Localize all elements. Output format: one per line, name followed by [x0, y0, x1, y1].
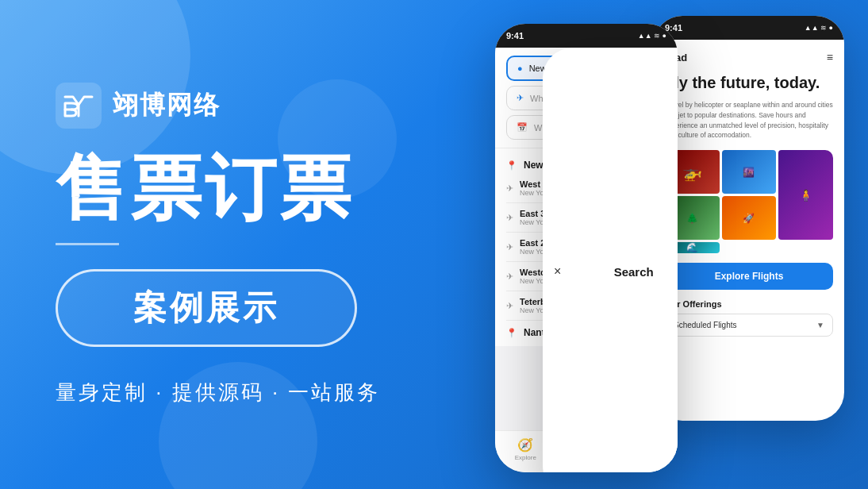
calendar-icon: 📅 — [517, 122, 528, 133]
location-icon: 📍 — [506, 160, 517, 171]
flight-icon: ✈ — [506, 242, 513, 252]
hero-title: Fly the future, today. — [665, 73, 833, 92]
main-title: 售票订票 — [56, 152, 436, 224]
search-title: Search — [569, 265, 678, 279]
location-icon2: 📍 — [506, 328, 517, 338]
phone-front-signal: ▲▲ ≋ ● — [638, 32, 666, 40]
explore-flights-button[interactable]: Explore Flights — [665, 263, 833, 290]
phone-back: 9:41 ▲▲ ≋ ● Blad ≡ Fly the future, today… — [654, 16, 844, 421]
explore-nav-icon: 🧭 — [517, 437, 533, 452]
photo-drone: 🚀 — [722, 196, 777, 240]
photo-city: 🌆 — [722, 150, 777, 194]
title-divider — [56, 243, 119, 245]
flight-icon: ✈ — [506, 183, 513, 194]
left-section: 翊博网络 售票订票 案例展示 量身定制 · 提供源码 · 一站服务 — [24, 0, 468, 489]
hero-description: Travel by helicopter or seaplane within … — [665, 100, 833, 141]
phone-front-time: 9:41 — [506, 31, 524, 40]
offerings-dropdown[interactable]: Scheduled Flights ▼ — [665, 314, 833, 337]
plane-icon: ✈ — [517, 93, 524, 103]
flight-icon: ✈ — [506, 213, 513, 223]
brand-header: 翊博网络 — [56, 83, 436, 129]
brand-logo-icon — [56, 83, 102, 129]
scheduled-flights-option: Scheduled Flights — [674, 321, 737, 329]
dropdown-chevron-icon: ▼ — [816, 321, 824, 329]
phone-back-signal: ▲▲ ≋ ● — [805, 24, 833, 32]
close-icon[interactable]: × — [554, 264, 561, 279]
location-dot-icon: ● — [517, 64, 523, 73]
blade-header: Blad ≡ — [665, 51, 833, 64]
offerings-label: Our Offerings — [665, 299, 833, 309]
phone-front-notch: 9:41 ▲▲ ≋ ● — [495, 24, 678, 48]
case-button[interactable]: 案例展示 — [56, 269, 357, 347]
nav-explore-label: Explore — [515, 454, 536, 461]
photo-person: 🧍 — [778, 150, 833, 240]
bottom-tagline: 量身定制 · 提供源码 · 一站服务 — [56, 379, 436, 406]
phone-back-content: Blad ≡ Fly the future, today. Travel by … — [654, 40, 844, 348]
search-header: × Search — [543, 48, 678, 472]
phone-front: 9:41 ▲▲ ≋ ● × Search ● New York City Are… — [495, 24, 678, 472]
phones-container: 9:41 ▲▲ ≋ ● Blad ≡ Fly the future, today… — [447, 0, 868, 489]
brand-name: 翊博网络 — [113, 88, 221, 123]
photo-grid: 🚁 🌆 🧍 🌲 🚀 🌊 — [665, 150, 833, 253]
flight-icon: ✈ — [506, 271, 513, 282]
hamburger-icon[interactable]: ≡ — [827, 51, 833, 64]
flight-icon: ✈ — [506, 301, 513, 311]
phone-back-notch: 9:41 ▲▲ ≋ ● — [654, 16, 844, 40]
